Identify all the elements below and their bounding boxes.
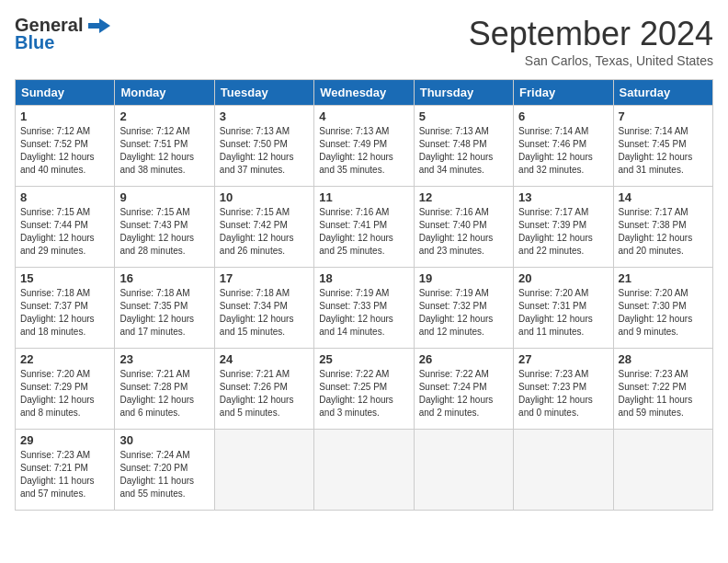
calendar-cell: 24Sunrise: 7:21 AMSunset: 7:26 PMDayligh… [214,349,313,430]
calendar-week-3: 15Sunrise: 7:18 AMSunset: 7:37 PMDayligh… [16,268,713,349]
day-number: 18 [319,271,408,285]
calendar-cell: 8Sunrise: 7:15 AMSunset: 7:44 PMDaylight… [16,187,115,268]
day-info: Sunrise: 7:14 AMSunset: 7:46 PMDaylight:… [518,125,608,177]
day-header-wednesday: Wednesday [314,80,414,106]
calendar-cell: 4Sunrise: 7:13 AMSunset: 7:49 PMDaylight… [314,106,414,187]
calendar-cell: 2Sunrise: 7:12 AMSunset: 7:51 PMDaylight… [115,106,214,187]
calendar-cell: 12Sunrise: 7:16 AMSunset: 7:40 PMDayligh… [414,187,513,268]
calendar-cell: 27Sunrise: 7:23 AMSunset: 7:23 PMDayligh… [514,349,613,430]
day-header-thursday: Thursday [414,80,513,106]
day-info: Sunrise: 7:23 AMSunset: 7:22 PMDaylight:… [619,368,708,419]
day-info: Sunrise: 7:16 AMSunset: 7:40 PMDaylight:… [419,206,508,258]
day-number: 26 [419,352,508,366]
day-number: 12 [419,190,508,204]
calendar-cell: 25Sunrise: 7:22 AMSunset: 7:25 PMDayligh… [314,349,414,430]
day-info: Sunrise: 7:15 AMSunset: 7:44 PMDaylight:… [20,206,109,258]
day-number: 1 [20,109,109,123]
day-number: 20 [518,271,608,285]
calendar-week-4: 22Sunrise: 7:20 AMSunset: 7:29 PMDayligh… [16,349,713,430]
day-info: Sunrise: 7:18 AMSunset: 7:35 PMDaylight:… [119,287,209,339]
calendar-cell: 13Sunrise: 7:17 AMSunset: 7:39 PMDayligh… [514,187,613,268]
day-info: Sunrise: 7:12 AMSunset: 7:51 PMDaylight:… [119,125,209,177]
day-info: Sunrise: 7:23 AMSunset: 7:23 PMDaylight:… [518,368,608,419]
calendar-cell: 5Sunrise: 7:13 AMSunset: 7:48 PMDaylight… [414,106,513,187]
day-info: Sunrise: 7:17 AMSunset: 7:38 PMDaylight:… [619,206,708,258]
day-info: Sunrise: 7:21 AMSunset: 7:28 PMDaylight:… [119,368,209,419]
day-info: Sunrise: 7:15 AMSunset: 7:42 PMDaylight:… [220,206,309,258]
day-number: 21 [619,271,708,285]
month-title: September 2024 [469,15,713,53]
day-number: 13 [518,190,608,204]
calendar-header-row: SundayMondayTuesdayWednesdayThursdayFrid… [16,80,713,106]
calendar-cell: 16Sunrise: 7:18 AMSunset: 7:35 PMDayligh… [115,268,214,349]
calendar-cell [414,430,513,511]
calendar-cell [613,430,712,511]
day-info: Sunrise: 7:13 AMSunset: 7:50 PMDaylight:… [220,125,309,177]
day-header-sunday: Sunday [16,80,115,106]
day-number: 9 [119,190,209,204]
calendar-cell: 20Sunrise: 7:20 AMSunset: 7:31 PMDayligh… [514,268,613,349]
day-info: Sunrise: 7:20 AMSunset: 7:30 PMDaylight:… [619,287,708,339]
day-number: 24 [220,352,309,366]
day-info: Sunrise: 7:17 AMSunset: 7:39 PMDaylight:… [518,206,608,258]
calendar-cell: 23Sunrise: 7:21 AMSunset: 7:28 PMDayligh… [115,349,214,430]
day-number: 16 [119,271,209,285]
day-number: 7 [619,109,708,123]
day-info: Sunrise: 7:22 AMSunset: 7:24 PMDaylight:… [419,368,508,419]
day-info: Sunrise: 7:15 AMSunset: 7:43 PMDaylight:… [119,206,209,258]
page-header: General Blue September 2024 San Carlos, … [15,15,713,68]
calendar-week-1: 1Sunrise: 7:12 AMSunset: 7:52 PMDaylight… [16,106,713,187]
day-number: 5 [419,109,508,123]
day-info: Sunrise: 7:20 AMSunset: 7:31 PMDaylight:… [518,287,608,339]
day-info: Sunrise: 7:24 AMSunset: 7:20 PMDaylight:… [119,449,209,500]
day-number: 28 [619,352,708,366]
calendar-table: SundayMondayTuesdayWednesdayThursdayFrid… [15,79,713,511]
calendar-cell: 22Sunrise: 7:20 AMSunset: 7:29 PMDayligh… [16,349,115,430]
calendar-cell [214,430,313,511]
calendar-cell: 9Sunrise: 7:15 AMSunset: 7:43 PMDaylight… [115,187,214,268]
day-header-monday: Monday [115,80,214,106]
calendar-cell [514,430,613,511]
day-number: 29 [20,433,109,447]
logo-blue-text: Blue [15,32,54,53]
day-number: 10 [220,190,309,204]
logo-arrow-icon [86,17,112,34]
title-block: September 2024 San Carlos, Texas, United… [469,15,713,68]
day-info: Sunrise: 7:21 AMSunset: 7:26 PMDaylight:… [220,368,309,419]
day-number: 4 [319,109,408,123]
day-number: 11 [319,190,408,204]
calendar-cell: 10Sunrise: 7:15 AMSunset: 7:42 PMDayligh… [214,187,313,268]
calendar-cell [314,430,414,511]
day-info: Sunrise: 7:14 AMSunset: 7:45 PMDaylight:… [619,125,708,177]
calendar-cell: 11Sunrise: 7:16 AMSunset: 7:41 PMDayligh… [314,187,414,268]
calendar-cell: 21Sunrise: 7:20 AMSunset: 7:30 PMDayligh… [613,268,712,349]
day-info: Sunrise: 7:19 AMSunset: 7:32 PMDaylight:… [419,287,508,339]
day-number: 30 [119,433,209,447]
day-number: 17 [220,271,309,285]
calendar-cell: 15Sunrise: 7:18 AMSunset: 7:37 PMDayligh… [16,268,115,349]
day-number: 22 [20,352,109,366]
calendar-cell: 29Sunrise: 7:23 AMSunset: 7:21 PMDayligh… [16,430,115,511]
day-header-tuesday: Tuesday [214,80,313,106]
day-number: 3 [220,109,309,123]
calendar-cell: 3Sunrise: 7:13 AMSunset: 7:50 PMDaylight… [214,106,313,187]
day-info: Sunrise: 7:12 AMSunset: 7:52 PMDaylight:… [20,125,109,177]
day-info: Sunrise: 7:18 AMSunset: 7:37 PMDaylight:… [20,287,109,339]
calendar-week-5: 29Sunrise: 7:23 AMSunset: 7:21 PMDayligh… [16,430,713,511]
day-number: 19 [419,271,508,285]
day-info: Sunrise: 7:20 AMSunset: 7:29 PMDaylight:… [20,368,109,419]
day-info: Sunrise: 7:23 AMSunset: 7:21 PMDaylight:… [20,449,109,500]
day-info: Sunrise: 7:19 AMSunset: 7:33 PMDaylight:… [319,287,408,339]
day-header-saturday: Saturday [613,80,712,106]
day-header-friday: Friday [514,80,613,106]
calendar-cell: 18Sunrise: 7:19 AMSunset: 7:33 PMDayligh… [314,268,414,349]
day-number: 14 [619,190,708,204]
day-info: Sunrise: 7:13 AMSunset: 7:48 PMDaylight:… [419,125,508,177]
calendar-cell: 1Sunrise: 7:12 AMSunset: 7:52 PMDaylight… [16,106,115,187]
day-number: 23 [119,352,209,366]
day-number: 2 [119,109,209,123]
calendar-cell: 19Sunrise: 7:19 AMSunset: 7:32 PMDayligh… [414,268,513,349]
calendar-cell: 7Sunrise: 7:14 AMSunset: 7:45 PMDaylight… [613,106,712,187]
location-text: San Carlos, Texas, United States [469,53,713,68]
day-info: Sunrise: 7:18 AMSunset: 7:34 PMDaylight:… [220,287,309,339]
